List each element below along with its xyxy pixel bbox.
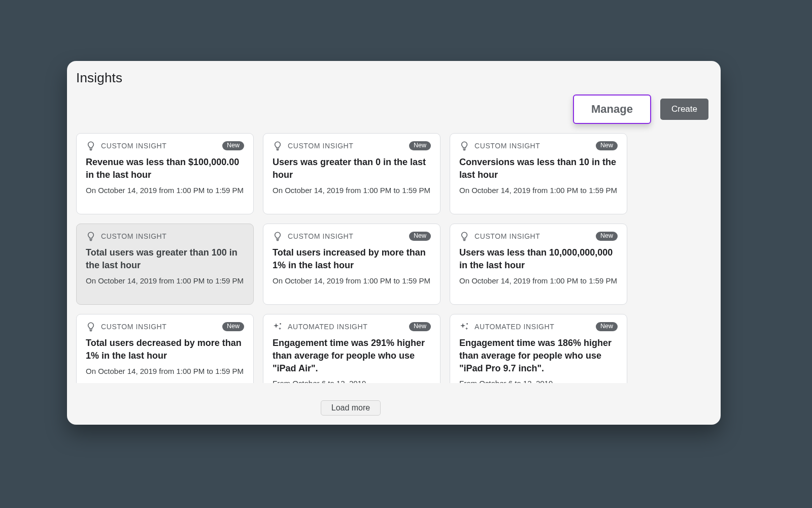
card-head-left: AUTOMATED INSIGHT — [273, 322, 367, 332]
card-title: Users was less than 10,000,000,000 in th… — [459, 246, 618, 272]
sparkle-icon — [273, 322, 283, 332]
new-badge: New — [596, 322, 618, 331]
insight-card[interactable]: CUSTOM INSIGHTNewTotal users increased b… — [263, 224, 441, 305]
card-type-label: AUTOMATED INSIGHT — [288, 323, 367, 331]
card-head: CUSTOM INSIGHTNew — [273, 231, 431, 241]
lightbulb-icon — [459, 231, 469, 241]
insight-card[interactable]: CUSTOM INSIGHTNewUsers was greater than … — [263, 133, 441, 214]
insight-card[interactable]: CUSTOM INSIGHTNewUsers was less than 10,… — [450, 224, 627, 305]
card-type-label: CUSTOM INSIGHT — [475, 142, 540, 150]
card-head-left: AUTOMATED INSIGHT — [459, 322, 554, 332]
new-badge: New — [222, 322, 244, 331]
card-head: AUTOMATED INSIGHTNew — [459, 322, 618, 332]
card-type-label: AUTOMATED INSIGHT — [475, 323, 554, 331]
card-timestamp: On October 14, 2019 from 1:00 PM to 1:59… — [459, 276, 618, 286]
insight-card[interactable]: AUTOMATED INSIGHTNewEngagement time was … — [263, 314, 441, 383]
card-head-left: CUSTOM INSIGHT — [86, 322, 166, 332]
card-title: Total users decreased by more than 1% in… — [86, 337, 244, 362]
load-more-button[interactable]: Load more — [321, 400, 381, 416]
new-badge: New — [596, 141, 618, 150]
insight-card[interactable]: CUSTOM INSIGHTNewConversions was less th… — [450, 133, 627, 214]
card-type-label: CUSTOM INSIGHT — [101, 232, 166, 240]
card-timestamp: On October 14, 2019 from 1:00 PM to 1:59… — [86, 366, 244, 376]
card-timestamp: On October 14, 2019 from 1:00 PM to 1:59… — [86, 276, 244, 286]
card-type-label: CUSTOM INSIGHT — [475, 232, 540, 240]
card-title: Total users increased by more than 1% in… — [273, 246, 431, 272]
card-head-left: CUSTOM INSIGHT — [459, 141, 540, 151]
card-head: CUSTOM INSIGHTNew — [273, 141, 431, 151]
card-head-left: CUSTOM INSIGHT — [86, 141, 166, 151]
card-title: Engagement time was 291% higher than ave… — [273, 337, 431, 374]
card-title: Revenue was less than $100,000.00 in the… — [86, 156, 244, 181]
card-type-label: CUSTOM INSIGHT — [288, 142, 353, 150]
card-head: CUSTOM INSIGHTNew — [86, 322, 244, 332]
card-head-left: CUSTOM INSIGHT — [86, 231, 166, 241]
card-timestamp: From October 6 to 12, 2019 — [459, 378, 618, 383]
lightbulb-icon — [273, 231, 283, 241]
insight-card[interactable]: CUSTOM INSIGHTNewRevenue was less than $… — [76, 133, 254, 214]
card-head-left: CUSTOM INSIGHT — [273, 231, 353, 241]
new-badge: New — [409, 141, 431, 150]
card-head: CUSTOM INSIGHTNew — [459, 231, 618, 241]
card-timestamp: On October 14, 2019 from 1:00 PM to 1:59… — [86, 185, 244, 196]
card-head: CUSTOM INSIGHTNew — [86, 141, 244, 151]
card-type-label: CUSTOM INSIGHT — [101, 323, 166, 331]
card-type-label: CUSTOM INSIGHT — [101, 142, 166, 150]
insight-card[interactable]: CUSTOM INSIGHTTotal users was greater th… — [76, 224, 254, 305]
card-head: AUTOMATED INSIGHTNew — [273, 322, 431, 332]
card-title: Total users was greater than 100 in the … — [86, 246, 244, 272]
card-title: Conversions was less than 10 in the last… — [459, 156, 618, 181]
manage-button[interactable]: Manage — [573, 94, 651, 124]
lightbulb-icon — [86, 231, 96, 241]
lightbulb-icon — [459, 141, 469, 151]
create-button[interactable]: Create — [660, 99, 708, 120]
card-head-left: CUSTOM INSIGHT — [459, 231, 540, 241]
new-badge: New — [222, 141, 244, 150]
card-timestamp: On October 14, 2019 from 1:00 PM to 1:59… — [459, 185, 618, 196]
header-actions: Manage Create — [573, 94, 708, 124]
lightbulb-icon — [86, 322, 96, 332]
load-more-wrap: Load more — [67, 400, 634, 416]
card-title: Engagement time was 186% higher than ave… — [459, 337, 618, 374]
card-type-label: CUSTOM INSIGHT — [288, 232, 353, 240]
insights-panel: Insights Manage Create CUSTOM INSIGHTNew… — [67, 61, 721, 425]
card-timestamp: On October 14, 2019 from 1:00 PM to 1:59… — [273, 185, 431, 196]
card-head: CUSTOM INSIGHT — [86, 231, 244, 241]
card-timestamp: From October 6 to 12, 2019 — [273, 378, 431, 383]
sparkle-icon — [459, 322, 469, 332]
lightbulb-icon — [273, 141, 283, 151]
card-title: Users was greater than 0 in the last hou… — [273, 156, 431, 181]
lightbulb-icon — [86, 141, 96, 151]
new-badge: New — [409, 322, 431, 331]
new-badge: New — [596, 232, 618, 241]
page-title: Insights — [76, 70, 122, 86]
card-head: CUSTOM INSIGHTNew — [459, 141, 618, 151]
card-head-left: CUSTOM INSIGHT — [273, 141, 353, 151]
insight-grid: CUSTOM INSIGHTNewRevenue was less than $… — [76, 133, 634, 383]
insight-card[interactable]: AUTOMATED INSIGHTNewEngagement time was … — [450, 314, 627, 383]
card-timestamp: On October 14, 2019 from 1:00 PM to 1:59… — [273, 276, 431, 286]
new-badge: New — [409, 232, 431, 241]
insight-card[interactable]: CUSTOM INSIGHTNewTotal users decreased b… — [76, 314, 254, 383]
